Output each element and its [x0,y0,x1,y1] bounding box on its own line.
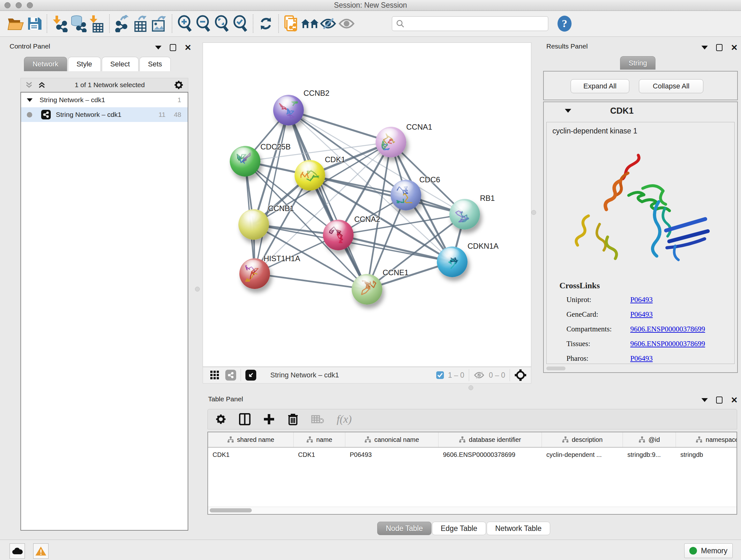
zoom-out-button[interactable] [194,14,212,33]
tab-string[interactable]: String [620,56,656,70]
control-panel-menu-icon[interactable] [155,46,161,50]
save-session-button[interactable] [25,14,44,33]
delete-column-icon[interactable] [287,413,298,425]
selected-checkbox-icon[interactable] [436,371,444,379]
export-network-button[interactable] [113,14,131,33]
network-node-ccne1[interactable] [352,274,382,305]
tab-style[interactable]: Style [68,57,101,71]
expand-all-button[interactable]: Expand All [570,79,629,93]
network-node-ccnb1[interactable] [239,209,269,240]
tab-sets[interactable]: Sets [139,57,171,71]
help-button[interactable]: ? [555,14,574,33]
results-hscroll-thumb[interactable] [546,367,565,370]
node-table: shared namenamecanonical namedatabase id… [207,432,737,515]
import-network-file-button[interactable] [51,14,69,33]
results-panel-float-icon[interactable] [716,44,723,51]
birdseye-view-icon[interactable] [246,370,256,381]
cdk1-expander-icon[interactable] [565,109,571,113]
crosslink-link[interactable]: P06493 [630,310,653,319]
tab-select[interactable]: Select [102,57,138,71]
search-input[interactable] [408,19,544,28]
network-view-toolbar: String Network – cdk1 1 – 0 0 – 0 [203,367,531,383]
tab-node-table[interactable]: Node Table [377,522,431,535]
right-splitter-handle[interactable] [531,210,536,215]
export-image-button[interactable] [150,14,169,33]
zoom-selected-button[interactable] [231,14,250,33]
crosslink-link[interactable]: 9606.ENSP00000378699 [630,325,705,333]
collection-expander-icon[interactable] [27,98,32,102]
add-column-icon[interactable] [263,414,275,425]
column-header-name[interactable]: name [293,432,345,447]
network-view-type-icon[interactable] [225,370,236,381]
table-panel-close-icon[interactable]: ✕ [731,397,738,403]
cdk1-gene-name: CDK1 [610,106,634,116]
column-header-description[interactable]: description [542,432,623,447]
table-hscroll-thumb[interactable] [210,508,252,512]
network-edge-hist1h1a-ccne1[interactable] [255,273,367,289]
node-gloss [299,162,318,174]
import-table-button[interactable] [87,14,106,33]
table-panel-menu-icon[interactable] [701,398,708,402]
collection-count: 1 [178,96,181,104]
control-panel-close-icon[interactable]: ✕ [185,44,192,51]
show-columns-icon[interactable] [239,413,251,425]
crosslink-link[interactable]: P06493 [630,354,653,363]
warnings-button[interactable] [33,543,49,559]
tab-edge-table[interactable]: Edge Table [432,522,486,535]
network-options-gear-icon[interactable] [174,80,184,90]
network-node-rb1[interactable] [449,199,480,230]
network-node-cdc25b[interactable] [230,146,260,177]
network-edge-ccna2-cdkn1a[interactable] [338,235,452,262]
collapse-all-chevron-icon[interactable] [25,81,33,89]
table-options-gear-icon[interactable] [215,414,226,425]
crosslink-link[interactable]: 9606.ENSP00000378699 [630,340,705,348]
node-label-cdc6: CDC6 [419,175,440,184]
home-view-button[interactable] [300,14,319,33]
zoom-in-button[interactable] [176,14,194,33]
network-node-cdk1[interactable] [294,160,325,191]
table-panel-float-icon[interactable] [716,396,723,403]
refresh-icon [258,16,274,32]
column-header-canonical-name[interactable]: canonical name [345,432,439,447]
hide-selected-button[interactable] [319,14,338,33]
network-row[interactable]: String Network – cdk1 11 48 [21,107,188,122]
collapse-all-button[interactable]: Collapse All [639,79,703,93]
cloud-status-button[interactable] [10,543,25,559]
export-table-button[interactable] [131,14,150,33]
control-panel-float-icon[interactable] [170,44,176,51]
zoom-fit-button[interactable] [212,14,231,33]
memory-status-button[interactable]: Memory [684,543,733,558]
network-node-ccna2[interactable] [323,220,354,250]
column-header-namespace[interactable]: namespace [676,432,737,447]
tab-network[interactable]: Network [24,57,67,71]
apply-layout-button[interactable] [257,14,275,33]
network-node-ccnb2[interactable] [273,95,304,125]
column-header-id[interactable]: @id [623,432,676,447]
crosslink-link[interactable]: P06493 [630,296,653,304]
network-node-cdkn1a[interactable] [437,246,468,277]
horizontal-splitter-handle[interactable] [468,385,473,390]
fit-selected-crosshair-icon[interactable] [515,369,527,381]
network-canvas[interactable]: CCNB2CCNA1CDC25BCDK1CDC6RB1CCNB1CCNA2CDK… [203,43,531,367]
crosslink-row: Uniprot:P06493 [566,293,734,307]
network-node-cdc6[interactable] [391,180,421,210]
open-session-button[interactable] [6,14,25,33]
show-all-button[interactable] [338,14,356,33]
expand-all-chevron-icon[interactable] [38,81,46,89]
grid-view-icon[interactable] [210,370,219,380]
results-panel-menu-icon[interactable] [701,46,708,50]
table-hscrollbar[interactable] [208,507,737,514]
results-panel-close-icon[interactable]: ✕ [731,44,738,51]
column-header-database-identifier[interactable]: database identifier [439,432,542,447]
network-type-icon [41,110,51,119]
left-splitter-handle[interactable] [195,287,200,292]
column-header-shared-name[interactable]: shared name [208,432,293,447]
duplicate-network-button[interactable] [282,14,300,33]
export-network-icon [114,15,131,32]
tab-network-table[interactable]: Network Table [487,522,550,535]
network-collection-row[interactable]: String Network – cdk1 1 [21,92,188,107]
network-tree: String Network – cdk1 1 String Network –… [20,92,188,531]
network-node-ccna1[interactable] [376,127,406,158]
table-row[interactable]: CDK1CDK1P064939606.ENSP00000378699cyclin… [208,448,737,462]
import-network-database-button[interactable] [69,14,87,33]
